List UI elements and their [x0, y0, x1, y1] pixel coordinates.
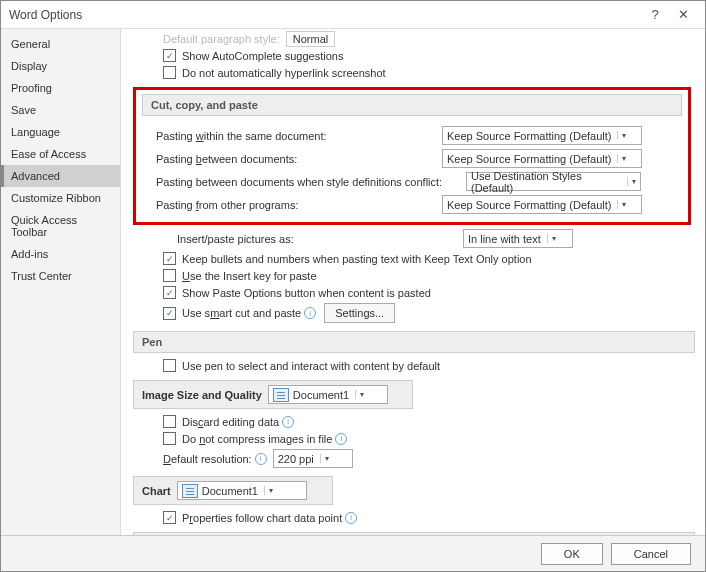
image-target-dropdown[interactable]: Document1▾: [268, 385, 388, 404]
chart-properties-row: Properties follow chart data point i: [163, 509, 695, 526]
sidebar-item-add-ins[interactable]: Add-ins: [1, 243, 120, 265]
hyperlink-screenshot-row: Do not automatically hyperlink screensho…: [163, 64, 695, 81]
cut-copy-paste-heading: Cut, copy, and paste: [142, 94, 682, 116]
pasting-within-label: Pasting within the same document:: [156, 130, 442, 142]
pasting-conflict-row: Pasting between documents when style def…: [156, 170, 682, 193]
insert-key-label: Use the Insert key for paste: [182, 270, 317, 282]
discard-editing-checkbox[interactable]: [163, 415, 176, 428]
sidebar-item-advanced[interactable]: Advanced: [1, 165, 120, 187]
pasting-other-row: Pasting from other programs: Keep Source…: [156, 193, 682, 216]
chevron-down-icon: ▾: [355, 390, 364, 399]
info-icon[interactable]: i: [345, 512, 357, 524]
chevron-down-icon: ▾: [264, 486, 273, 495]
document-icon: [182, 484, 198, 498]
chevron-down-icon: ▾: [627, 177, 636, 186]
info-icon[interactable]: i: [304, 307, 316, 319]
sidebar-item-display[interactable]: Display: [1, 55, 120, 77]
pasting-other-label: Pasting from other programs:: [156, 199, 442, 211]
keep-bullets-checkbox[interactable]: [163, 252, 176, 265]
close-button[interactable]: ✕: [669, 7, 697, 22]
pasting-between-label: Pasting between documents:: [156, 153, 442, 165]
no-compress-label: Do not compress images in file: [182, 433, 332, 445]
info-icon[interactable]: i: [335, 433, 347, 445]
pasting-between-row: Pasting between documents: Keep Source F…: [156, 147, 682, 170]
keep-bullets-row: Keep bullets and numbers when pasting te…: [163, 250, 695, 267]
discard-editing-label: Discard editing data: [182, 416, 279, 428]
discard-editing-row: Discard editing data i: [163, 413, 695, 430]
sidebar-item-language[interactable]: Language: [1, 121, 120, 143]
default-paragraph-style-row: Default paragraph style: Normal: [163, 31, 695, 47]
insert-pictures-row: Insert/paste pictures as: In line with t…: [177, 227, 695, 250]
smart-cut-row: Use smart cut and paste i Settings...: [163, 301, 695, 325]
cancel-button[interactable]: Cancel: [611, 543, 691, 565]
settings-button[interactable]: Settings...: [324, 303, 395, 323]
sidebar-item-customize-ribbon[interactable]: Customize Ribbon: [1, 187, 120, 209]
smart-cut-checkbox[interactable]: [163, 307, 176, 320]
smart-cut-label: Use smart cut and paste: [182, 307, 301, 319]
sidebar-item-quick-access-toolbar[interactable]: Quick Access Toolbar: [1, 209, 120, 243]
use-pen-row: Use pen to select and interact with cont…: [163, 357, 695, 374]
pasting-between-dropdown[interactable]: Keep Source Formatting (Default)▾: [442, 149, 642, 168]
help-button[interactable]: ?: [641, 7, 669, 22]
use-pen-label: Use pen to select and interact with cont…: [182, 360, 440, 372]
chart-properties-label: Properties follow chart data point: [182, 512, 342, 524]
show-paste-options-row: Show Paste Options button when content i…: [163, 284, 695, 301]
hyperlink-screenshot-checkbox[interactable]: [163, 66, 176, 79]
insert-pictures-dropdown[interactable]: In line with text▾: [463, 229, 573, 248]
autocomplete-checkbox[interactable]: [163, 49, 176, 62]
show-paste-options-checkbox[interactable]: [163, 286, 176, 299]
chart-heading: Chart Document1▾: [133, 476, 333, 505]
pasting-conflict-dropdown[interactable]: Use Destination Styles (Default)▾: [466, 172, 641, 191]
chevron-down-icon: ▾: [547, 234, 556, 243]
ok-button[interactable]: OK: [541, 543, 603, 565]
show-paste-options-label: Show Paste Options button when content i…: [182, 287, 431, 299]
no-compress-checkbox[interactable]: [163, 432, 176, 445]
info-icon[interactable]: i: [255, 453, 267, 465]
pasting-conflict-label: Pasting between documents when style def…: [156, 176, 466, 188]
chevron-down-icon: ▾: [617, 131, 626, 140]
keep-bullets-label: Keep bullets and numbers when pasting te…: [182, 253, 532, 265]
info-icon[interactable]: i: [282, 416, 294, 428]
chart-properties-checkbox[interactable]: [163, 511, 176, 524]
sidebar-item-ease-of-access[interactable]: Ease of Access: [1, 143, 120, 165]
autocomplete-label: Show AutoComplete suggestions: [182, 50, 343, 62]
insert-pictures-label: Insert/paste pictures as:: [177, 233, 463, 245]
pasting-other-dropdown[interactable]: Keep Source Formatting (Default)▾: [442, 195, 642, 214]
chevron-down-icon: ▾: [617, 200, 626, 209]
default-paragraph-style-label: Default paragraph style:: [163, 33, 280, 45]
autocomplete-row: Show AutoComplete suggestions: [163, 47, 695, 64]
default-paragraph-style-dropdown[interactable]: Normal: [286, 31, 335, 47]
pen-heading: Pen: [133, 331, 695, 353]
default-resolution-label: Default resolution:: [163, 453, 252, 465]
no-compress-row: Do not compress images in file i: [163, 430, 695, 447]
pasting-within-row: Pasting within the same document: Keep S…: [156, 124, 682, 147]
sidebar-item-save[interactable]: Save: [1, 99, 120, 121]
document-icon: [273, 388, 289, 402]
chart-target-dropdown[interactable]: Document1▾: [177, 481, 307, 500]
sidebar-item-general[interactable]: General: [1, 33, 120, 55]
insert-key-row: Use the Insert key for paste: [163, 267, 695, 284]
title-bar: Word Options ? ✕: [1, 1, 705, 29]
category-sidebar: General Display Proofing Save Language E…: [1, 29, 121, 535]
chevron-down-icon: ▾: [617, 154, 626, 163]
insert-key-checkbox[interactable]: [163, 269, 176, 282]
cut-copy-paste-highlight: Cut, copy, and paste Pasting within the …: [133, 87, 691, 225]
default-resolution-dropdown[interactable]: 220 ppi▾: [273, 449, 353, 468]
hyperlink-screenshot-label: Do not automatically hyperlink screensho…: [182, 67, 386, 79]
default-resolution-row: Default resolution: i 220 ppi▾: [163, 447, 695, 470]
sidebar-item-trust-center[interactable]: Trust Center: [1, 265, 120, 287]
image-size-quality-heading: Image Size and Quality Document1▾: [133, 380, 413, 409]
use-pen-checkbox[interactable]: [163, 359, 176, 372]
main-panel: Default paragraph style: Normal Show Aut…: [121, 29, 705, 535]
window-title: Word Options: [9, 8, 641, 22]
sidebar-item-proofing[interactable]: Proofing: [1, 77, 120, 99]
pasting-within-dropdown[interactable]: Keep Source Formatting (Default)▾: [442, 126, 642, 145]
dialog-footer: OK Cancel: [1, 535, 705, 571]
chevron-down-icon: ▾: [320, 454, 329, 463]
